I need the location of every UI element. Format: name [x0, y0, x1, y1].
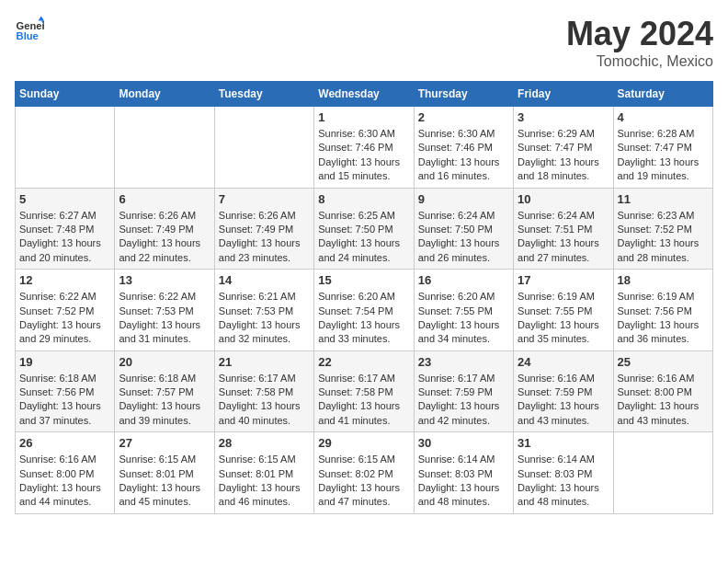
title-block: May 2024 Tomochic, Mexico [566, 15, 713, 70]
day-number: 12 [19, 273, 110, 287]
day-detail: Sunrise: 6:15 AM Sunset: 8:01 PM Dayligh… [219, 453, 310, 510]
calendar-cell: 16Sunrise: 6:20 AM Sunset: 7:55 PM Dayli… [414, 270, 513, 351]
svg-text:General: General [17, 20, 44, 31]
calendar-cell: 27Sunrise: 6:15 AM Sunset: 8:01 PM Dayli… [115, 432, 214, 514]
logo: General Blue [15, 15, 44, 44]
day-detail: Sunrise: 6:23 AM Sunset: 7:52 PM Dayligh… [618, 209, 709, 266]
day-number: 14 [219, 273, 310, 287]
day-number: 7 [219, 192, 310, 206]
calendar-cell: 19Sunrise: 6:18 AM Sunset: 7:56 PM Dayli… [16, 350, 115, 432]
calendar-cell: 13Sunrise: 6:22 AM Sunset: 7:53 PM Dayli… [115, 270, 214, 351]
calendar-cell: 6Sunrise: 6:26 AM Sunset: 7:49 PM Daylig… [115, 188, 214, 270]
calendar-cell [115, 107, 214, 189]
day-number: 4 [618, 110, 709, 124]
day-number: 16 [418, 273, 509, 287]
calendar-cell: 2Sunrise: 6:30 AM Sunset: 7:46 PM Daylig… [414, 107, 513, 189]
calendar-cell: 9Sunrise: 6:24 AM Sunset: 7:50 PM Daylig… [414, 188, 513, 270]
day-number: 5 [19, 192, 110, 206]
calendar-cell: 11Sunrise: 6:23 AM Sunset: 7:52 PM Dayli… [613, 188, 712, 270]
calendar-cell: 3Sunrise: 6:29 AM Sunset: 7:47 PM Daylig… [514, 107, 613, 189]
day-detail: Sunrise: 6:25 AM Sunset: 7:50 PM Dayligh… [318, 209, 409, 266]
page-header: General Blue May 2024 Tomochic, Mexico [15, 15, 713, 70]
calendar-cell [16, 107, 115, 189]
calendar-cell: 12Sunrise: 6:22 AM Sunset: 7:52 PM Dayli… [16, 270, 115, 351]
day-detail: Sunrise: 6:19 AM Sunset: 7:56 PM Dayligh… [618, 290, 709, 347]
calendar-cell: 31Sunrise: 6:14 AM Sunset: 8:03 PM Dayli… [514, 432, 613, 514]
day-number: 31 [518, 436, 609, 450]
day-detail: Sunrise: 6:22 AM Sunset: 7:53 PM Dayligh… [119, 290, 210, 347]
calendar-cell [214, 107, 313, 189]
day-detail: Sunrise: 6:16 AM Sunset: 8:00 PM Dayligh… [19, 453, 110, 510]
calendar-cell: 26Sunrise: 6:16 AM Sunset: 8:00 PM Dayli… [16, 432, 115, 514]
calendar-cell [613, 432, 712, 514]
calendar-cell: 18Sunrise: 6:19 AM Sunset: 7:56 PM Dayli… [613, 270, 712, 351]
calendar-cell: 1Sunrise: 6:30 AM Sunset: 7:46 PM Daylig… [314, 107, 414, 189]
day-detail: Sunrise: 6:18 AM Sunset: 7:56 PM Dayligh… [19, 372, 110, 429]
day-number: 19 [19, 355, 110, 369]
calendar-cell: 22Sunrise: 6:17 AM Sunset: 7:58 PM Dayli… [314, 350, 414, 432]
calendar-week-row: 12Sunrise: 6:22 AM Sunset: 7:52 PM Dayli… [16, 270, 713, 351]
day-number: 17 [518, 273, 609, 287]
day-number: 30 [418, 436, 509, 450]
day-detail: Sunrise: 6:16 AM Sunset: 8:00 PM Dayligh… [618, 372, 709, 429]
day-detail: Sunrise: 6:19 AM Sunset: 7:55 PM Dayligh… [518, 290, 609, 347]
day-detail: Sunrise: 6:17 AM Sunset: 7:58 PM Dayligh… [219, 372, 310, 429]
day-number: 13 [119, 273, 210, 287]
svg-marker-2 [39, 17, 44, 21]
calendar-cell: 8Sunrise: 6:25 AM Sunset: 7:50 PM Daylig… [314, 188, 414, 270]
day-number: 15 [318, 273, 409, 287]
calendar-cell: 17Sunrise: 6:19 AM Sunset: 7:55 PM Dayli… [514, 270, 613, 351]
day-number: 28 [219, 436, 310, 450]
day-header-monday: Monday [115, 82, 214, 107]
day-detail: Sunrise: 6:21 AM Sunset: 7:53 PM Dayligh… [219, 290, 310, 347]
calendar-week-row: 5Sunrise: 6:27 AM Sunset: 7:48 PM Daylig… [16, 188, 713, 270]
day-number: 25 [618, 355, 709, 369]
day-number: 24 [518, 355, 609, 369]
day-number: 23 [418, 355, 509, 369]
day-number: 22 [318, 355, 409, 369]
day-header-tuesday: Tuesday [214, 82, 313, 107]
calendar-header-row: SundayMondayTuesdayWednesdayThursdayFrid… [16, 82, 713, 107]
calendar-week-row: 19Sunrise: 6:18 AM Sunset: 7:56 PM Dayli… [16, 350, 713, 432]
calendar-cell: 21Sunrise: 6:17 AM Sunset: 7:58 PM Dayli… [214, 350, 313, 432]
day-number: 3 [518, 110, 609, 124]
day-detail: Sunrise: 6:17 AM Sunset: 7:58 PM Dayligh… [318, 372, 409, 429]
month-title: May 2024 [566, 15, 713, 53]
calendar-cell: 15Sunrise: 6:20 AM Sunset: 7:54 PM Dayli… [314, 270, 414, 351]
calendar-week-row: 26Sunrise: 6:16 AM Sunset: 8:00 PM Dayli… [16, 432, 713, 514]
calendar-table: SundayMondayTuesdayWednesdayThursdayFrid… [15, 81, 713, 514]
calendar-cell: 10Sunrise: 6:24 AM Sunset: 7:51 PM Dayli… [514, 188, 613, 270]
day-number: 8 [318, 192, 409, 206]
day-detail: Sunrise: 6:26 AM Sunset: 7:49 PM Dayligh… [119, 209, 210, 266]
calendar-cell: 14Sunrise: 6:21 AM Sunset: 7:53 PM Dayli… [214, 270, 313, 351]
day-number: 11 [618, 192, 709, 206]
svg-text:Blue: Blue [17, 30, 39, 41]
day-detail: Sunrise: 6:26 AM Sunset: 7:49 PM Dayligh… [219, 209, 310, 266]
day-number: 26 [19, 436, 110, 450]
day-number: 1 [318, 110, 409, 124]
day-detail: Sunrise: 6:30 AM Sunset: 7:46 PM Dayligh… [418, 127, 509, 184]
calendar-cell: 30Sunrise: 6:14 AM Sunset: 8:03 PM Dayli… [414, 432, 513, 514]
day-header-saturday: Saturday [613, 82, 712, 107]
day-detail: Sunrise: 6:22 AM Sunset: 7:52 PM Dayligh… [19, 290, 110, 347]
day-detail: Sunrise: 6:15 AM Sunset: 8:02 PM Dayligh… [318, 453, 409, 510]
calendar-cell: 25Sunrise: 6:16 AM Sunset: 8:00 PM Dayli… [613, 350, 712, 432]
calendar-cell: 4Sunrise: 6:28 AM Sunset: 7:47 PM Daylig… [613, 107, 712, 189]
calendar-cell: 20Sunrise: 6:18 AM Sunset: 7:57 PM Dayli… [115, 350, 214, 432]
day-number: 29 [318, 436, 409, 450]
day-number: 10 [518, 192, 609, 206]
day-detail: Sunrise: 6:17 AM Sunset: 7:59 PM Dayligh… [418, 372, 509, 429]
calendar-cell: 23Sunrise: 6:17 AM Sunset: 7:59 PM Dayli… [414, 350, 513, 432]
day-number: 18 [618, 273, 709, 287]
day-number: 6 [119, 192, 210, 206]
day-detail: Sunrise: 6:24 AM Sunset: 7:51 PM Dayligh… [518, 209, 609, 266]
calendar-week-row: 1Sunrise: 6:30 AM Sunset: 7:46 PM Daylig… [16, 107, 713, 189]
day-header-thursday: Thursday [414, 82, 513, 107]
day-number: 20 [119, 355, 210, 369]
day-detail: Sunrise: 6:15 AM Sunset: 8:01 PM Dayligh… [119, 453, 210, 510]
calendar-cell: 7Sunrise: 6:26 AM Sunset: 7:49 PM Daylig… [214, 188, 313, 270]
calendar-cell: 5Sunrise: 6:27 AM Sunset: 7:48 PM Daylig… [16, 188, 115, 270]
day-detail: Sunrise: 6:27 AM Sunset: 7:48 PM Dayligh… [19, 209, 110, 266]
calendar-cell: 28Sunrise: 6:15 AM Sunset: 8:01 PM Dayli… [214, 432, 313, 514]
day-number: 21 [219, 355, 310, 369]
